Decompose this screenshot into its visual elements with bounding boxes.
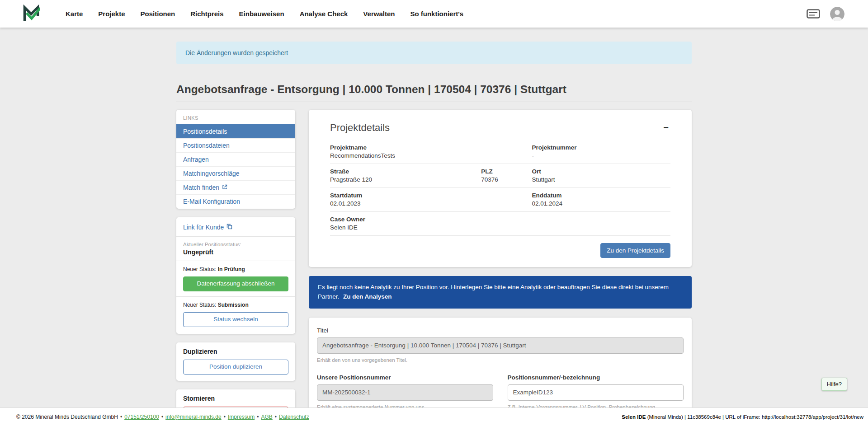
main-column: Projektdetails − Projektname Recommendat… — [309, 110, 692, 421]
server-icon[interactable] — [807, 9, 820, 19]
next-status-submission-value: Submission — [218, 302, 249, 308]
content-columns: LINKS Positionsdetails Positionsdateien … — [176, 110, 692, 426]
switch-status-button[interactable]: Status wechseln — [183, 312, 288, 327]
nav-item-einbauweisen[interactable]: Einbauweisen — [239, 10, 284, 18]
duplicate-card-title: Duplizieren — [183, 348, 288, 355]
divider — [176, 261, 295, 261]
separator-dot: • — [257, 414, 259, 420]
sidebar-item-positionsdetails[interactable]: Positionsdetails — [176, 124, 295, 138]
footer-session-details: (Mineral Minds) | 11c38569c84e | URL of … — [647, 414, 863, 420]
footer-email-link[interactable]: info@mineral-minds.de — [165, 414, 222, 420]
next-status-review: Neuer Status: In Prüfung — [183, 266, 288, 272]
sidebar: LINKS Positionsdetails Positionsdateien … — [176, 110, 295, 426]
field-startdatum: Startdatum 02.01.2023 — [330, 192, 532, 207]
next-status-label: Neuer Status: — [183, 302, 216, 308]
position-number-input[interactable] — [508, 384, 684, 401]
title-divider — [176, 102, 692, 102]
field-label: Projektname — [330, 144, 532, 151]
sidebar-item-anfragen[interactable]: Anfragen — [176, 152, 295, 166]
nav-item-positionen[interactable]: Positionen — [141, 10, 175, 18]
form-row: Unsere Positionsnummer Erhält eine syste… — [317, 374, 684, 410]
separator-dot: • — [224, 414, 226, 420]
title-input — [317, 337, 684, 354]
field-value: Pragstraße 120 — [330, 176, 481, 183]
field-value: Selen IDE — [330, 224, 670, 231]
current-status-value: Ungeprüft — [183, 248, 288, 256]
project-row: Projektname RecommendationsTests Projekt… — [330, 140, 670, 164]
next-status-submission: Neuer Status: Submission — [183, 302, 288, 308]
title-field-help: Erhält den von uns vorgegebenen Titel. — [317, 357, 684, 363]
footer-datenschutz-link[interactable]: Datenschutz — [279, 414, 309, 420]
position-form-card: Titel Erhält den von uns vorgegebenen Ti… — [309, 318, 692, 421]
our-position-number-field: Unsere Positionsnummer Erhält eine syste… — [317, 374, 493, 410]
project-row: Straße Pragstraße 120 PLZ 70376 Ort Stut… — [330, 164, 670, 188]
project-row: Case Owner Selen IDE — [330, 212, 670, 236]
project-details-title: Projektdetails — [330, 122, 390, 134]
field-value: Stuttgart — [532, 176, 670, 183]
footer-agb-link[interactable]: AGB — [261, 414, 272, 420]
field-value: 02.01.2023 — [330, 200, 532, 207]
field-label: PLZ — [481, 168, 532, 175]
footer-session-info: Selen IDE (Mineral Minds) | 11c38569c84e… — [622, 414, 863, 420]
our-position-number-input — [317, 384, 493, 401]
copy-icon — [226, 224, 232, 231]
divider — [176, 236, 295, 237]
nav-item-richtpreis[interactable]: Richtpreis — [190, 10, 223, 18]
footer-phone-link[interactable]: 07151/250100 — [124, 414, 159, 420]
field-projektnummer: Projektnummer - — [532, 144, 670, 159]
duplicate-position-button[interactable]: Position duplizieren — [183, 360, 288, 375]
field-label: Case Owner — [330, 216, 670, 223]
logo-icon — [22, 4, 40, 24]
status-card: Link für Kunde Aktueller Positionsstatus… — [176, 217, 295, 334]
next-status-label: Neuer Status: — [183, 266, 216, 272]
user-avatar[interactable] — [830, 7, 844, 21]
field-plz: PLZ 70376 — [481, 168, 532, 183]
help-button[interactable]: Hilfe? — [821, 378, 847, 391]
field-enddatum: Enddatum 02.01.2024 — [532, 192, 670, 207]
top-navbar: Karte Projekte Positionen Richtpreis Ein… — [0, 0, 868, 28]
nav-item-projekte[interactable]: Projekte — [98, 10, 125, 18]
collapse-icon[interactable]: − — [661, 122, 670, 133]
page-title: Angebotsanfrage - Entsorgung | 10.000 To… — [176, 83, 692, 96]
to-analyses-link[interactable]: Zu den Analysen — [343, 293, 392, 300]
field-value: 70376 — [481, 176, 532, 183]
field-label: Ort — [532, 168, 670, 175]
field-case-owner: Case Owner Selen IDE — [330, 216, 670, 231]
to-project-details-button[interactable]: Zu den Projektdetails — [600, 243, 670, 258]
cancel-card-title: Stornieren — [183, 395, 288, 402]
footer-impressum-link[interactable]: Impressum — [228, 414, 255, 420]
separator-dot: • — [120, 414, 122, 420]
footer: © 2026 Mineral Minds Deutschland GmbH • … — [0, 407, 868, 426]
separator-dot: • — [275, 414, 277, 420]
complete-data-entry-button[interactable]: Datenerfassung abschließen — [183, 276, 288, 291]
page-container: Die Änderungen wurden gespeichert Angebo… — [176, 42, 692, 426]
field-value: 02.01.2024 — [532, 200, 670, 207]
field-label: Straße — [330, 168, 481, 175]
main-nav: Karte Projekte Positionen Richtpreis Ein… — [66, 10, 807, 18]
mineral-minds-logo[interactable] — [22, 4, 40, 24]
app-viewport: Karte Projekte Positionen Richtpreis Ein… — [0, 0, 868, 426]
duplicate-card: Duplizieren Position duplizieren — [176, 342, 295, 381]
sidebar-item-matchingvorschlaege[interactable]: Matchingvorschläge — [176, 166, 295, 180]
current-status-label: Aktueller Positionsstatus: — [183, 242, 288, 247]
customer-link[interactable]: Link für Kunde — [183, 224, 232, 231]
match-finden-label: Match finden — [183, 184, 219, 191]
navbar-right — [807, 7, 844, 21]
sidebar-item-email-konfiguration[interactable]: E-Mail Konfiguration — [176, 194, 295, 208]
divider — [176, 296, 295, 297]
project-details-card: Projektdetails − Projektname Recommendat… — [309, 110, 692, 267]
sidebar-links-card: LINKS Positionsdetails Positionsdateien … — [176, 110, 295, 209]
field-projektname: Projektname RecommendationsTests — [330, 144, 532, 159]
field-value: - — [532, 152, 670, 159]
field-strasse: Straße Pragstraße 120 — [330, 168, 481, 183]
sidebar-item-match-finden[interactable]: Match finden — [176, 180, 295, 194]
footer-user: Selen IDE — [622, 414, 646, 420]
position-number-label: Positionsnummer/-bezeichnung — [508, 374, 684, 381]
nav-item-so-funktionierts[interactable]: So funktioniert's — [410, 10, 463, 18]
sidebar-item-positionsdateien[interactable]: Positionsdateien — [176, 138, 295, 152]
nav-item-verwalten[interactable]: Verwalten — [363, 10, 395, 18]
next-status-review-value: In Prüfung — [218, 266, 245, 272]
nav-item-karte[interactable]: Karte — [66, 10, 83, 18]
nav-item-analyse-check[interactable]: Analyse Check — [300, 10, 348, 18]
field-label: Enddatum — [532, 192, 670, 199]
